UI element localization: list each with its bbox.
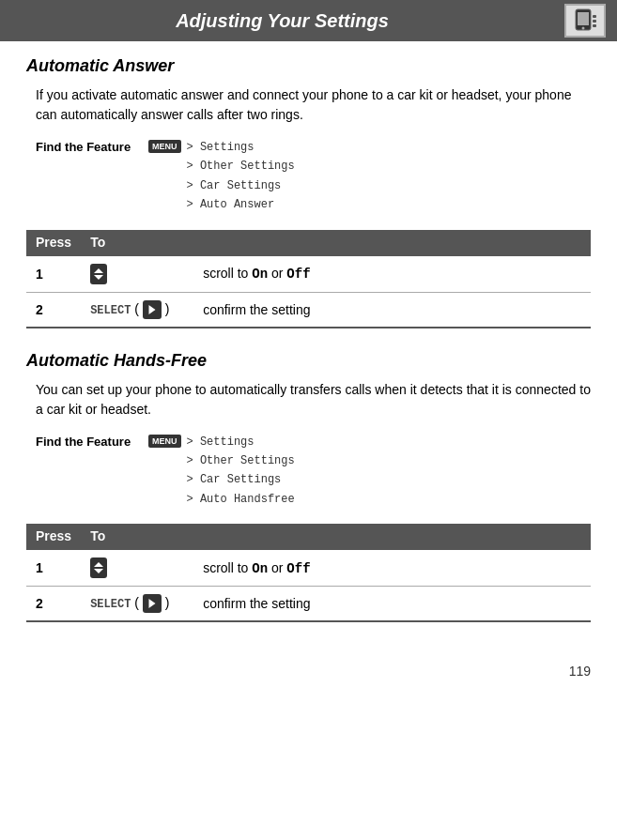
off-label: Off xyxy=(286,561,310,576)
menu-step: > Auto Handsfree xyxy=(187,490,295,509)
page-number: 119 xyxy=(0,660,617,688)
arrow-up-icon xyxy=(94,268,103,273)
nav-icon xyxy=(143,594,162,613)
row-action xyxy=(81,255,193,293)
section-title-hands-free: Automatic Hands-Free xyxy=(26,351,591,371)
select-label: SELECT xyxy=(90,303,131,316)
find-feature-label-1: Find the Feature xyxy=(36,138,148,154)
off-label: Off xyxy=(286,267,310,282)
row-num: 1 xyxy=(26,549,81,587)
find-feature-block-1: Find the Feature MENU > Settings > Other… xyxy=(36,138,591,215)
find-feature-content-1: MENU > Settings > Other Settings > Car S… xyxy=(148,138,295,215)
section-title-automatic-answer: Automatic Answer xyxy=(26,56,591,76)
row-num: 2 xyxy=(26,587,81,622)
table-header-press-1: Press xyxy=(26,230,81,255)
table-header-press-2: Press xyxy=(26,524,81,549)
section-automatic-answer: Automatic Answer If you activate automat… xyxy=(26,56,591,328)
nav-icon xyxy=(143,300,162,319)
menu-step: > Other Settings xyxy=(187,451,295,470)
scroll-icon xyxy=(90,264,107,284)
find-feature-content-2: MENU > Settings > Other Settings > Car S… xyxy=(148,433,295,510)
table-row: 2 SELECT ( ) confirm the setting xyxy=(26,587,591,622)
svg-rect-1 xyxy=(578,12,589,25)
row-desc: scroll to On or Off xyxy=(193,549,591,587)
row-num: 2 xyxy=(26,292,81,328)
menu-icon-1: MENU xyxy=(148,140,181,153)
select-label: SELECT xyxy=(90,598,131,611)
table-header-to-2: To xyxy=(81,524,591,549)
table-row: 1 scroll to On or Off xyxy=(26,549,591,587)
svg-rect-4 xyxy=(593,20,596,23)
page-header: Adjusting Your Settings xyxy=(0,0,617,41)
row-action: SELECT ( ) xyxy=(81,292,193,328)
svg-point-2 xyxy=(582,27,585,30)
row-desc: confirm the setting xyxy=(193,587,591,622)
menu-steps-2: > Settings > Other Settings > Car Settin… xyxy=(187,433,295,510)
menu-step: > Car Settings xyxy=(187,176,295,195)
row-num: 1 xyxy=(26,255,81,293)
row-desc: confirm the setting xyxy=(193,292,591,328)
on-label: On xyxy=(252,267,268,282)
row-desc: scroll to On or Off xyxy=(193,255,591,293)
header-title: Adjusting Your Settings xyxy=(0,10,564,32)
scroll-icon xyxy=(90,557,107,578)
table-header-to-1: To xyxy=(81,230,591,255)
menu-step: > Settings xyxy=(187,433,295,451)
body-text-hands-free: You can set up your phone to automatical… xyxy=(36,380,591,420)
section-automatic-hands-free: Automatic Hands-Free You can set up your… xyxy=(26,351,591,623)
find-feature-block-2: Find the Feature MENU > Settings > Other… xyxy=(36,433,591,510)
header-icon xyxy=(564,4,606,38)
arrow-down-icon xyxy=(94,275,103,280)
menu-step: > Settings xyxy=(187,138,295,157)
svg-rect-5 xyxy=(593,24,596,27)
table-row: 1 scroll to On or Off xyxy=(26,255,591,293)
row-action: SELECT ( ) xyxy=(81,587,193,622)
arrow-down-icon xyxy=(94,569,103,573)
row-action xyxy=(81,549,193,587)
press-table-2: Press To 1 scroll to On or Off xyxy=(26,524,591,622)
press-table-1: Press To 1 scroll to On or Off xyxy=(26,230,591,328)
menu-step: > Other Settings xyxy=(187,157,295,176)
arrow-up-icon xyxy=(94,562,103,567)
table-row: 2 SELECT ( ) confirm the setting xyxy=(26,292,591,328)
menu-step: > Auto Answer xyxy=(187,195,295,214)
find-feature-label-2: Find the Feature xyxy=(36,433,148,449)
menu-steps-1: > Settings > Other Settings > Car Settin… xyxy=(187,138,295,215)
menu-step: > Car Settings xyxy=(187,470,295,489)
on-label: On xyxy=(252,561,268,576)
body-text-automatic-answer: If you activate automatic answer and con… xyxy=(36,85,591,125)
menu-icon-2: MENU xyxy=(148,435,181,448)
main-content: Automatic Answer If you activate automat… xyxy=(0,41,617,660)
svg-rect-3 xyxy=(593,15,596,18)
